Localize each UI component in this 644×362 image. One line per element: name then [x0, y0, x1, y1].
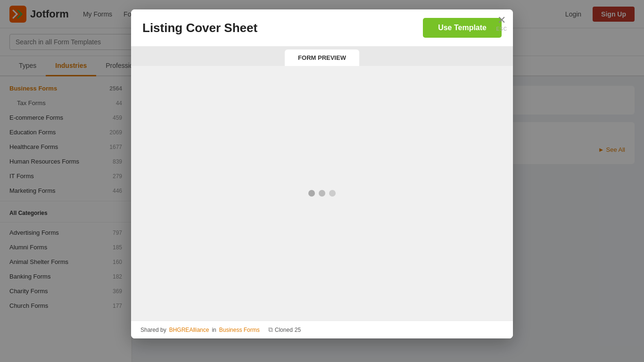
close-esc-label: ESC — [496, 26, 507, 32]
modal-dialog: Listing Cover Sheet Use Template ✕ ESC F… — [131, 9, 513, 338]
modal-tab-preview[interactable]: FORM PREVIEW — [285, 49, 359, 66]
modal-header: Listing Cover Sheet Use Template ✕ ESC — [131, 9, 513, 47]
close-x-icon: ✕ — [497, 15, 506, 25]
footer-shared-by-label: Shared by — [140, 327, 166, 333]
modal-footer: Shared by BHGREAlliance in Business Form… — [131, 321, 513, 338]
cloned-icon: ⧉ — [268, 326, 273, 334]
loading-dot-3 — [329, 190, 336, 197]
cloned-count: 25 — [295, 327, 301, 333]
loading-indicator — [308, 190, 336, 197]
cloned-badge: ⧉ Cloned 25 — [268, 326, 301, 334]
loading-dot-2 — [319, 190, 325, 197]
use-template-button[interactable]: Use Template — [423, 18, 502, 38]
modal-title: Listing Cover Sheet — [142, 21, 257, 35]
footer-category-link[interactable]: Business Forms — [219, 327, 260, 333]
modal-tab-bar: FORM PREVIEW — [131, 47, 513, 66]
footer-author-link[interactable]: BHGREAlliance — [169, 327, 209, 333]
modal-close-button[interactable]: ✕ ESC — [496, 15, 507, 32]
loading-dot-1 — [308, 190, 315, 197]
modal-overlay[interactable]: Listing Cover Sheet Use Template ✕ ESC F… — [0, 0, 644, 362]
cloned-label: Cloned — [275, 327, 293, 333]
modal-body — [131, 66, 513, 321]
footer-in-label: in — [212, 327, 216, 333]
